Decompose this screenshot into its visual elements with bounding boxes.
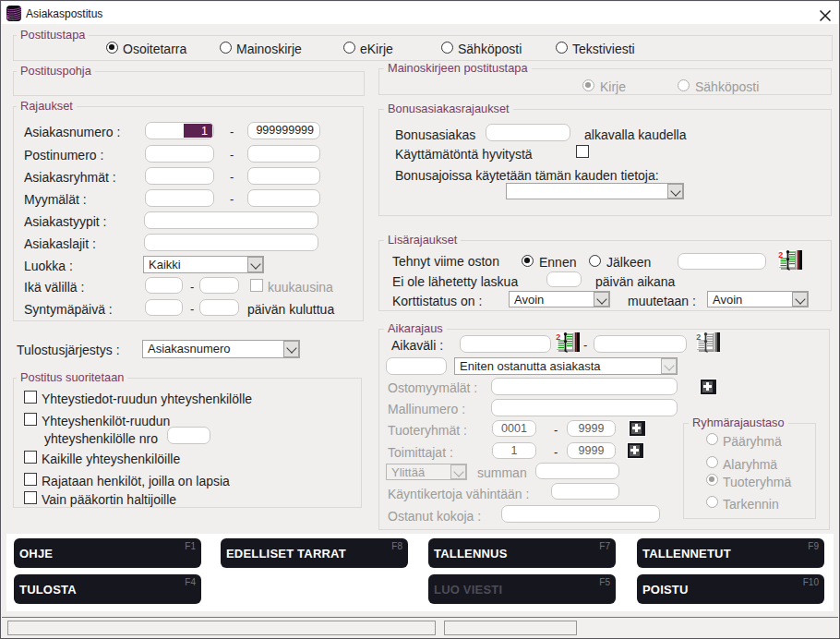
svg-text:2: 2 bbox=[778, 250, 783, 259]
svg-text:2: 2 bbox=[696, 332, 701, 342]
svg-text:2: 2 bbox=[556, 332, 560, 342]
